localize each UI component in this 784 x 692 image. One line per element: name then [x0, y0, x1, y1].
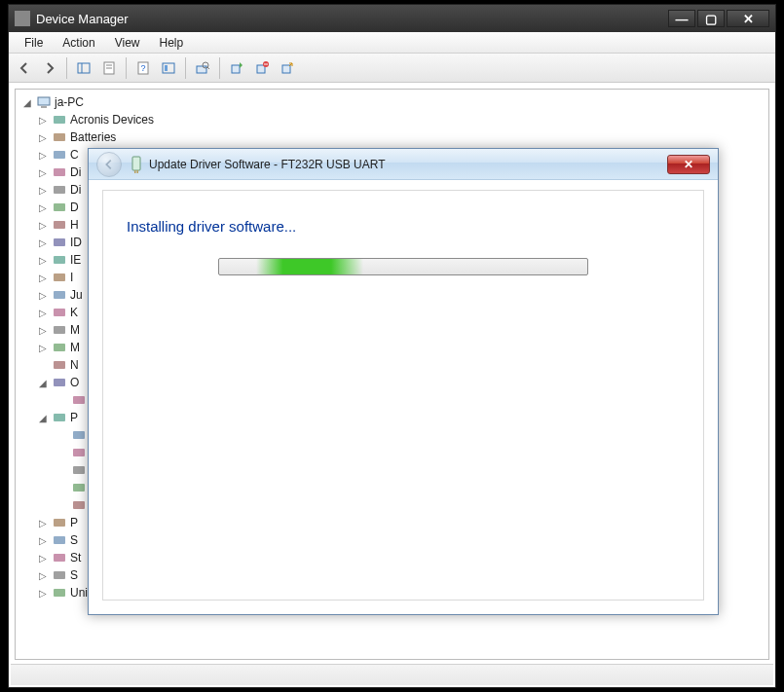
svg-rect-41 [73, 501, 85, 509]
expand-icon[interactable]: ▷ [37, 535, 49, 546]
svg-rect-20 [54, 133, 65, 141]
expand-icon[interactable]: ◢ [37, 378, 49, 388]
category-icon [52, 129, 67, 145]
forward-button[interactable] [38, 56, 61, 80]
device-icon [71, 480, 87, 495]
expand-icon[interactable]: ▷ [37, 570, 49, 581]
expand-icon[interactable]: ▷ [37, 325, 49, 336]
expand-icon[interactable]: ▷ [37, 167, 49, 178]
svg-rect-37 [73, 431, 85, 439]
category-icon [52, 200, 67, 215]
category-icon [52, 567, 67, 583]
tree-item[interactable]: ▷Acronis Devices [18, 111, 766, 128]
action-button[interactable] [157, 56, 180, 80]
expand-icon[interactable]: ▷ [37, 553, 49, 564]
svg-rect-28 [54, 273, 65, 281]
dialog-back-button [96, 152, 122, 177]
svg-rect-35 [73, 396, 85, 404]
properties-button[interactable] [97, 56, 121, 80]
svg-rect-49 [137, 170, 139, 173]
back-button[interactable] [13, 56, 36, 80]
menu-view[interactable]: View [105, 34, 150, 52]
tree-item-label: S [70, 533, 78, 547]
expand-icon[interactable]: ▷ [37, 518, 49, 528]
expand-icon[interactable]: ▷ [37, 343, 49, 353]
update-driver-button[interactable] [225, 56, 248, 80]
expand-icon[interactable]: ▷ [37, 308, 49, 318]
svg-rect-23 [54, 186, 65, 194]
svg-rect-45 [54, 571, 65, 579]
minimize-button[interactable]: — [668, 10, 695, 27]
svg-rect-7 [163, 63, 174, 73]
tree-item-label: P [70, 411, 78, 424]
expand-icon[interactable]: ◢ [21, 97, 33, 108]
svg-rect-13 [257, 65, 265, 73]
progress-bar [218, 258, 588, 275]
menu-action[interactable]: Action [53, 34, 104, 52]
help-button[interactable]: ? [131, 56, 155, 80]
expand-icon[interactable]: ▷ [37, 255, 49, 266]
svg-rect-26 [54, 238, 65, 246]
svg-rect-47 [132, 157, 140, 170]
svg-rect-29 [54, 291, 65, 299]
category-icon [52, 112, 67, 127]
tree-item-label: I [70, 271, 73, 284]
svg-rect-18 [41, 106, 47, 108]
category-icon [52, 147, 67, 163]
expand-icon[interactable]: ▷ [37, 115, 49, 126]
disable-button[interactable] [276, 56, 299, 80]
dialog-heading: Installing driver software... [127, 218, 680, 235]
svg-rect-8 [165, 65, 168, 71]
tree-item-label: M [70, 323, 80, 337]
svg-rect-21 [54, 151, 65, 159]
scan-hardware-button[interactable] [191, 56, 214, 80]
svg-rect-38 [73, 449, 85, 456]
tree-item-label: ID [70, 236, 82, 249]
device-icon [130, 156, 143, 173]
expand-icon[interactable]: ▷ [37, 588, 49, 599]
window-title: Device Manager [36, 12, 666, 26]
dialog-close-button[interactable]: ✕ [667, 155, 710, 174]
category-icon [52, 305, 67, 320]
progress-container [127, 258, 680, 275]
category-icon [52, 182, 67, 198]
expand-icon[interactable]: ▷ [37, 132, 49, 143]
expand-icon[interactable]: ▷ [37, 290, 49, 301]
expand-icon[interactable]: ▷ [37, 150, 49, 161]
svg-rect-19 [54, 116, 65, 124]
dialog-titlebar[interactable]: Update Driver Software - FT232R USB UART… [89, 149, 718, 180]
expand-icon[interactable]: ▷ [37, 185, 49, 196]
titlebar[interactable]: Device Manager — ▢ ✕ [9, 5, 775, 32]
expand-icon[interactable]: ◢ [37, 413, 49, 423]
toolbar: ? [9, 54, 775, 83]
uninstall-button[interactable] [250, 56, 274, 80]
show-hide-tree-button[interactable] [72, 56, 95, 80]
maximize-button[interactable]: ▢ [697, 10, 725, 27]
tree-root[interactable]: ◢ ja-PC [18, 93, 766, 111]
device-icon [71, 427, 87, 443]
category-icon [52, 410, 67, 425]
expand-icon[interactable]: ▷ [37, 202, 49, 213]
menu-file[interactable]: File [15, 34, 53, 52]
category-icon [52, 217, 67, 233]
svg-rect-43 [54, 536, 65, 544]
category-icon [52, 357, 67, 373]
category-icon [52, 532, 67, 548]
svg-rect-44 [54, 554, 65, 562]
expand-icon[interactable]: ▷ [37, 220, 49, 231]
expand-icon[interactable]: ▷ [37, 237, 49, 248]
tree-item-label: D [70, 200, 79, 214]
svg-rect-32 [54, 344, 65, 351]
device-icon [71, 497, 87, 513]
svg-rect-48 [134, 170, 136, 173]
tree-item[interactable]: ▷Batteries [18, 128, 766, 146]
expand-icon[interactable]: ▷ [37, 273, 49, 283]
svg-rect-24 [54, 203, 65, 211]
close-button[interactable]: ✕ [727, 10, 769, 27]
tree-item-label: IE [70, 253, 81, 267]
svg-rect-36 [54, 414, 65, 421]
menu-help[interactable]: Help [150, 34, 194, 52]
tree-item-label: Ju [70, 288, 83, 302]
tree-item-label: K [70, 306, 78, 319]
tree-item-label: St [70, 551, 81, 565]
